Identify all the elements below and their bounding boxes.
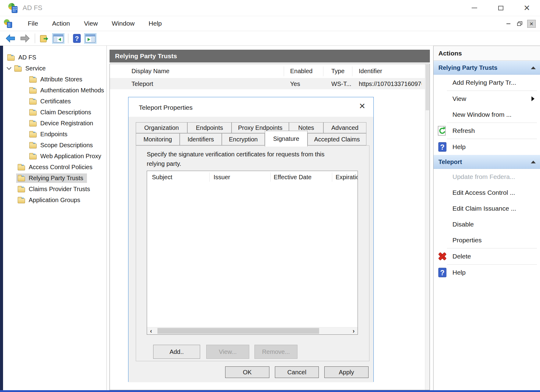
minimize-icon	[472, 8, 477, 8]
tab-identifiers[interactable]: Identifiers	[180, 133, 222, 145]
action-edit-access-control[interactable]: Edit Access Control ...	[434, 185, 540, 201]
maximize-icon	[498, 6, 503, 10]
tree-node-authentication-methods[interactable]: Authentication Methods	[3, 85, 106, 96]
action-help-teleport[interactable]: ? Help	[434, 265, 540, 280]
menu-view[interactable]: View	[77, 17, 105, 30]
tree-node-relying-party-trusts[interactable]: Relying Party Trusts	[3, 173, 106, 184]
column-header-type[interactable]: Type	[331, 64, 344, 78]
cert-column-issuer[interactable]: Issuer	[214, 171, 230, 183]
folder-icon	[29, 89, 37, 94]
action-refresh[interactable]: Refresh	[434, 123, 540, 139]
tab-advanced[interactable]: Advanced	[323, 122, 366, 133]
tree-node-scope-descriptions[interactable]: Scope Descriptions	[3, 140, 106, 151]
menu-help[interactable]: Help	[142, 17, 169, 30]
help-icon: ?	[437, 267, 448, 278]
tab-monitoring[interactable]: Monitoring	[136, 133, 180, 145]
forward-arrow-icon	[20, 34, 31, 43]
tree-node-certificates[interactable]: Certificates	[3, 96, 106, 107]
section-header-relying-party-trusts[interactable]: Relying Party Trusts	[434, 61, 540, 75]
export-list-button[interactable]	[39, 33, 50, 44]
cert-column-expiration[interactable]: Expiration	[336, 171, 358, 183]
maximize-button[interactable]	[488, 0, 514, 16]
forward-button[interactable]	[19, 33, 31, 44]
folder-icon	[29, 78, 37, 83]
tab-encryption[interactable]: Encryption	[222, 133, 265, 145]
tree-node-claim-descriptions[interactable]: Claim Descriptions	[3, 107, 106, 118]
svg-text:?: ?	[440, 143, 445, 151]
column-header-enabled[interactable]: Enabled	[290, 64, 312, 78]
tab-signature[interactable]: Signature	[265, 131, 308, 147]
menu-file[interactable]: File	[21, 17, 45, 30]
show-action-pane-button[interactable]	[84, 33, 96, 44]
tree-node-device-registration[interactable]: Device Registration	[3, 118, 106, 129]
column-divider[interactable]	[352, 66, 352, 76]
action-delete[interactable]: Delete	[434, 248, 540, 264]
cancel-button[interactable]: Cancel	[275, 366, 319, 378]
scrollbar-thumb[interactable]	[426, 65, 429, 110]
show-console-tree-button[interactable]	[52, 33, 64, 44]
tree-node-web-application-proxy[interactable]: Web Application Proxy	[3, 151, 106, 162]
apply-button[interactable]: Apply	[324, 366, 369, 378]
list-vertical-scrollbar[interactable]	[425, 64, 430, 390]
column-divider[interactable]	[209, 173, 210, 182]
scroll-right-arrow[interactable]: ›	[350, 327, 358, 334]
cert-column-subject[interactable]: Subject	[152, 171, 172, 183]
certificates-table[interactable]: Subject Issuer Effective Date Expiration…	[147, 171, 358, 335]
tree-node-access-control-policies[interactable]: Access Control Policies	[3, 162, 106, 173]
actions-pane: Actions Relying Party Trusts Add Relying…	[433, 46, 540, 390]
cert-table-horizontal-scrollbar[interactable]: ‹ ›	[147, 327, 358, 334]
view-button: View...	[206, 345, 249, 359]
scroll-left-arrow[interactable]: ‹	[147, 327, 155, 334]
tab-row-1: Organization Endpoints Proxy Endpoints N…	[136, 122, 366, 133]
column-divider[interactable]	[284, 66, 284, 76]
collapse-triangle-icon[interactable]	[531, 66, 536, 69]
chevron-down-icon[interactable]	[7, 65, 12, 70]
column-header-display-name[interactable]: Display Name	[131, 64, 169, 78]
action-properties[interactable]: Properties	[434, 232, 540, 248]
column-divider[interactable]	[323, 66, 323, 76]
child-minimize-button[interactable]	[504, 20, 513, 28]
column-divider[interactable]	[270, 173, 271, 182]
tab-endpoints[interactable]: Endpoints	[187, 122, 232, 133]
tree-node-claims-provider-trusts[interactable]: Claims Provider Trusts	[3, 184, 106, 194]
child-minimize-icon	[506, 23, 510, 24]
minimize-button[interactable]	[461, 0, 488, 16]
action-view[interactable]: View	[434, 91, 540, 107]
column-header-identifier[interactable]: Identifier	[359, 64, 382, 78]
action-edit-claim-issuance[interactable]: Edit Claim Issuance ...	[434, 201, 540, 216]
menu-bar: File Action View Window Help ✕	[0, 16, 540, 31]
section-header-teleport[interactable]: Teleport	[434, 155, 540, 169]
menu-action[interactable]: Action	[45, 17, 77, 30]
dialog-close-button[interactable]: ✕	[359, 102, 365, 110]
action-add-relying-party-trust[interactable]: Add Relying Party Tr...	[434, 75, 540, 91]
close-button[interactable]: ✕	[514, 0, 540, 16]
help-toolbar-button[interactable]: ?	[72, 33, 82, 44]
ok-button[interactable]: OK	[225, 366, 269, 378]
action-new-window[interactable]: New Window from ...	[434, 107, 540, 123]
folder-icon	[18, 198, 25, 203]
child-close-button[interactable]: ✕	[527, 20, 536, 28]
tree-node-application-groups[interactable]: Application Groups	[3, 194, 106, 205]
action-disable[interactable]: Disable	[434, 216, 540, 232]
title-bar: AD FS ✕	[0, 0, 540, 16]
submenu-arrow-icon	[531, 96, 535, 101]
tree-node-endpoints[interactable]: Endpoints	[3, 129, 106, 140]
tab-accepted-claims[interactable]: Accepted Claims	[308, 133, 366, 145]
back-button[interactable]	[4, 33, 16, 44]
tree-node-adfs[interactable]: AD FS	[3, 52, 106, 63]
child-restore-button[interactable]	[516, 20, 524, 28]
actions-pane-title: Actions	[434, 46, 540, 61]
scrollbar-thumb[interactable]	[157, 328, 319, 334]
cell-enabled: Yes	[290, 78, 300, 89]
cell-display-name: Teleport	[131, 78, 153, 89]
column-divider[interactable]	[332, 173, 332, 182]
tab-organization[interactable]: Organization	[136, 122, 187, 133]
table-row-teleport[interactable]: Teleport Yes WS-T... https://10701337160…	[110, 78, 425, 89]
add-button[interactable]: Add..	[153, 345, 200, 359]
menu-window[interactable]: Window	[105, 17, 142, 30]
action-help-rpt[interactable]: ? Help	[434, 139, 540, 155]
tree-node-attribute-stores[interactable]: Attribute Stores	[3, 74, 106, 85]
cert-column-effective-date[interactable]: Effective Date	[274, 171, 311, 183]
collapse-triangle-icon[interactable]	[531, 161, 536, 163]
tree-node-service[interactable]: Service	[3, 63, 106, 74]
